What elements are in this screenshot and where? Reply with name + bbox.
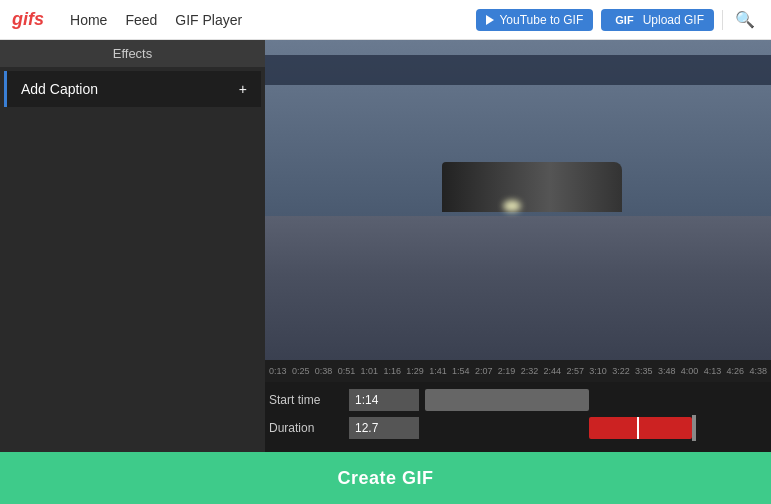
- ruler-label-0: 0:13: [269, 366, 287, 376]
- duration-red-bar[interactable]: [589, 417, 692, 439]
- start-time-row: Start time: [269, 388, 767, 412]
- train-body: [442, 162, 622, 212]
- logo: gifs: [12, 9, 44, 30]
- timeline-track-area: Start time Duration: [265, 382, 771, 452]
- ruler-label-4: 1:01: [361, 366, 379, 376]
- ruler-label-13: 2:57: [566, 366, 584, 376]
- ruler-label-9: 2:07: [475, 366, 493, 376]
- play-icon: [486, 15, 494, 25]
- header-actions: YouTube to GIF GIF Upload GIF 🔍: [476, 9, 759, 31]
- upload-gif-button[interactable]: GIF Upload GIF: [601, 9, 714, 31]
- header-divider: [722, 10, 723, 30]
- duration-end-handle[interactable]: [692, 415, 696, 441]
- duration-divider: [637, 417, 639, 439]
- gif-badge: GIF: [611, 13, 637, 27]
- video-frame: [265, 40, 771, 360]
- nav-gif-player[interactable]: GIF Player: [175, 12, 242, 28]
- ruler-label-3: 0:51: [338, 366, 356, 376]
- ruler-label-17: 3:48: [658, 366, 676, 376]
- nav: Home Feed GIF Player: [70, 12, 458, 28]
- add-caption-label: Add Caption: [21, 81, 98, 97]
- duration-bar-area: [425, 417, 767, 439]
- ruler-label-5: 1:16: [383, 366, 401, 376]
- ruler-label-1: 0:25: [292, 366, 310, 376]
- duration-label: Duration: [269, 421, 349, 435]
- ruler-label-11: 2:32: [521, 366, 539, 376]
- create-gif-label: Create GIF: [337, 468, 433, 489]
- header: gifs Home Feed GIF Player YouTube to GIF…: [0, 0, 771, 40]
- duration-row: Duration: [269, 416, 767, 440]
- start-time-gray-bar[interactable]: [425, 389, 589, 411]
- start-time-input[interactable]: [349, 389, 419, 411]
- ruler-label-7: 1:41: [429, 366, 447, 376]
- ruler-label-2: 0:38: [315, 366, 333, 376]
- create-gif-bar[interactable]: Create GIF: [0, 452, 771, 504]
- nav-feed[interactable]: Feed: [125, 12, 157, 28]
- ruler-label-18: 4:00: [681, 366, 699, 376]
- main-content: Effects Add Caption + 0:13 0:25 0:38 0:5…: [0, 40, 771, 452]
- ruler-label-16: 3:35: [635, 366, 653, 376]
- add-caption-row[interactable]: Add Caption +: [4, 71, 261, 107]
- ruler-label-15: 3:22: [612, 366, 630, 376]
- ruler-label-20: 4:26: [727, 366, 745, 376]
- effects-header: Effects: [0, 40, 265, 67]
- add-caption-plus-icon: +: [239, 81, 247, 97]
- ruler-labels: 0:13 0:25 0:38 0:51 1:01 1:16 1:29 1:41 …: [269, 366, 767, 376]
- search-button[interactable]: 🔍: [731, 10, 759, 29]
- sidebar: Effects Add Caption +: [0, 40, 265, 452]
- bridge-structure: [265, 55, 771, 85]
- start-time-bar-area: [425, 389, 767, 411]
- ruler-label-10: 2:19: [498, 366, 516, 376]
- ruler-label-8: 1:54: [452, 366, 470, 376]
- start-time-label: Start time: [269, 393, 349, 407]
- youtube-to-gif-button[interactable]: YouTube to GIF: [476, 9, 593, 31]
- ruler-label-6: 1:29: [406, 366, 424, 376]
- ruler-label-14: 3:10: [589, 366, 607, 376]
- ruler-label-21: 4:38: [749, 366, 767, 376]
- nav-home[interactable]: Home: [70, 12, 107, 28]
- duration-input[interactable]: [349, 417, 419, 439]
- ruler-label-12: 2:44: [544, 366, 562, 376]
- train-light: [503, 200, 521, 212]
- timeline-ruler: 0:13 0:25 0:38 0:51 1:01 1:16 1:29 1:41 …: [265, 360, 771, 382]
- video-area: 0:13 0:25 0:38 0:51 1:01 1:16 1:29 1:41 …: [265, 40, 771, 452]
- ruler-label-19: 4:13: [704, 366, 722, 376]
